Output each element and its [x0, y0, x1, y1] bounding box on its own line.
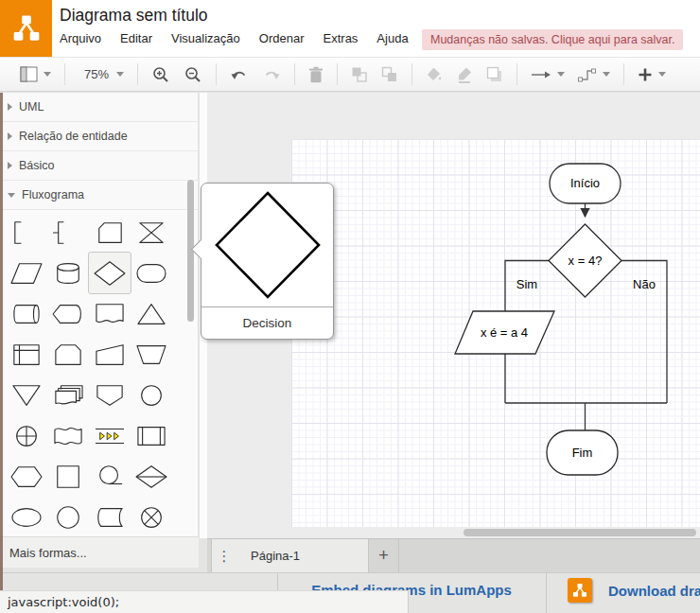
sidebar-section-uml[interactable]: UML [0, 93, 198, 122]
drawio-brand-icon [568, 578, 592, 603]
shape-off-page-connector[interactable] [89, 375, 131, 415]
status-bar: javascript:void(0); [0, 590, 409, 613]
sidebar-section-basic[interactable]: Básico [0, 151, 198, 181]
drawio-app: Diagrama sem título ArquivoEditarVisuali… [0, 0, 700, 613]
menubar: ArquivoEditarVisualizaçãoOrdenarExtrasAj… [60, 31, 409, 45]
shape-card[interactable] [89, 212, 131, 253]
shape-direct-access-storage[interactable] [6, 293, 47, 334]
shape-connector[interactable] [131, 375, 172, 415]
unsaved-changes-banner[interactable]: Mudanças não salvas. Clique aqui para sa… [422, 29, 683, 50]
shape-loop-limit[interactable] [47, 334, 89, 375]
section-label: Básico [19, 159, 55, 172]
shape-display[interactable] [47, 293, 89, 334]
zoom-level-dropdown[interactable]: 75% [74, 62, 129, 87]
shape-collate[interactable] [131, 212, 172, 253]
waypoint-style-dropdown[interactable] [573, 62, 615, 87]
shape-preparation[interactable] [6, 456, 47, 497]
toolbar-separator [411, 63, 412, 85]
shape-manual-input[interactable] [89, 334, 131, 375]
chevron-down-icon [658, 72, 666, 77]
shape-extract[interactable] [131, 293, 172, 334]
popup-shape-name: Decision [201, 306, 333, 338]
to-back-button[interactable] [376, 62, 403, 87]
more-shapes-button[interactable]: Mais formas... [0, 536, 199, 568]
section-label: UML [19, 100, 44, 114]
edge-label-nao: Não [633, 277, 656, 291]
fill-color-button[interactable] [421, 62, 447, 87]
shape-brace[interactable] [47, 212, 89, 253]
drawio-logo-icon [0, 0, 52, 57]
node-inicio-label: Início [570, 176, 600, 190]
toolbar-separator [294, 63, 295, 85]
zoom-out-button[interactable] [179, 62, 207, 87]
document-title: Diagrama sem título [60, 6, 208, 26]
delete-button[interactable] [304, 62, 328, 87]
header: Diagrama sem título ArquivoEditarVisuali… [0, 0, 700, 57]
shape-merge[interactable] [6, 375, 47, 415]
toolbar-separator [137, 63, 138, 85]
node-fim-label: Fim [572, 446, 593, 460]
chevron-down-icon [8, 193, 15, 198]
shape-stored-data[interactable] [89, 497, 131, 537]
shape-circle[interactable] [47, 497, 89, 537]
shape-parallelogram-data[interactable] [6, 253, 47, 293]
chevron-down-icon [116, 72, 124, 77]
shape-multi-document[interactable] [47, 375, 89, 415]
page-tab[interactable]: Página-1 [236, 539, 369, 572]
node-decision-label: x = 4? [569, 254, 603, 268]
shape-or[interactable] [6, 415, 47, 456]
window-edge [0, 93, 3, 590]
shape-decision[interactable] [89, 253, 131, 293]
line-color-button[interactable] [451, 62, 478, 87]
shape-paper-tape[interactable] [47, 415, 89, 456]
footer-divider [546, 573, 547, 613]
page-view-button[interactable] [15, 62, 56, 87]
zoom-level-value: 75% [79, 67, 111, 81]
node-data-label: x é = a 4 [481, 325, 528, 340]
menu-visualizacao[interactable]: Visualização [171, 31, 240, 45]
connection-style-dropdown[interactable] [526, 62, 569, 87]
chevron-down-icon [557, 72, 565, 77]
chevron-right-icon [8, 162, 12, 169]
toolbar-separator [64, 63, 65, 85]
shape-rounded-rectangle[interactable] [131, 253, 172, 293]
to-front-button[interactable] [346, 62, 373, 87]
shape-terminator[interactable] [6, 497, 47, 537]
chevron-right-icon [8, 132, 12, 140]
chevron-right-icon [8, 103, 12, 111]
menu-extras[interactable]: Extras [324, 31, 359, 45]
menu-arquivo[interactable]: Arquivo [60, 31, 101, 45]
toolbar-separator [623, 63, 624, 85]
insert-dropdown[interactable] [633, 62, 671, 87]
redo-button[interactable] [257, 62, 286, 87]
shape-summing-junction[interactable] [131, 497, 172, 537]
shape-sort[interactable] [131, 456, 172, 497]
shape-internal-storage[interactable] [6, 334, 47, 375]
shape-document[interactable] [89, 293, 131, 334]
shape-predefined-process[interactable] [131, 415, 172, 456]
shape-process[interactable] [47, 456, 89, 497]
shape-sequential-access-storage[interactable] [89, 456, 131, 497]
shape-transfer[interactable] [89, 415, 131, 456]
zoom-in-button[interactable] [147, 62, 175, 87]
add-page-button[interactable]: + [369, 539, 399, 572]
toolbar-separator [216, 63, 217, 85]
pages-menu-button[interactable] [211, 539, 237, 572]
menu-ordenar[interactable]: Ordenar [259, 31, 305, 45]
shadow-button[interactable] [481, 62, 508, 87]
download-drawio-link[interactable]: Download draw [608, 583, 700, 599]
undo-button[interactable] [225, 62, 254, 87]
shape-database[interactable] [47, 253, 89, 293]
toolbar-separator [516, 63, 517, 85]
menu-ajuda[interactable]: Ajuda [376, 31, 408, 45]
sidebar-section-entity-relation[interactable]: Relação de entidade [0, 122, 198, 151]
canvas-horizontal-scrollbar[interactable] [464, 529, 696, 536]
shape-manual-operation[interactable] [131, 334, 172, 375]
menu-editar[interactable]: Editar [120, 31, 152, 45]
shape-bracket[interactable] [6, 212, 47, 253]
page-tab-bar: Página-1 + [207, 538, 700, 572]
chevron-down-icon [44, 72, 51, 77]
shape-palette [0, 210, 198, 537]
sidebar-section-flowchart[interactable]: Fluxograma [0, 181, 198, 210]
shape-preview-popup: Decision [201, 183, 334, 340]
